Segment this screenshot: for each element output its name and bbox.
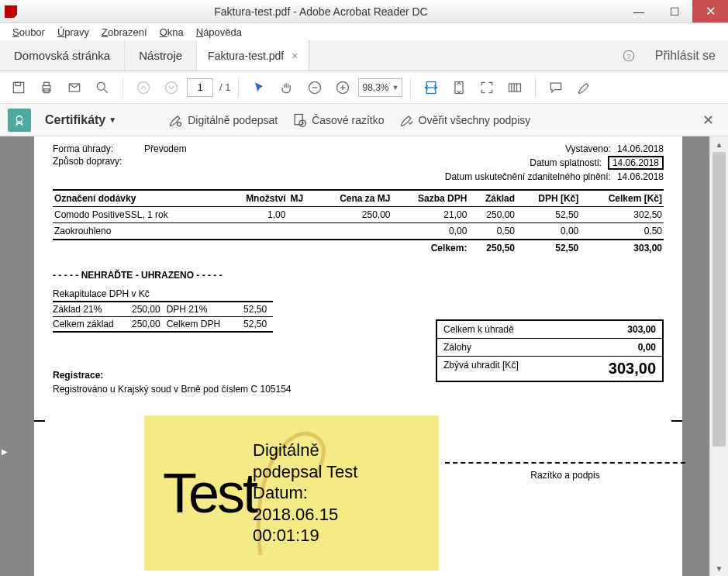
table-row: Zaokrouhleno 0,00 0,50 0,00 0,50 — [53, 223, 664, 240]
fit-page-icon[interactable] — [447, 75, 471, 100]
page-number-input[interactable] — [187, 78, 213, 97]
vertical-scrollbar[interactable]: ▲ ▼ — [709, 136, 728, 576]
document-viewport: ▶ Forma úhrady:Převodem Způsob dopravy: … — [0, 136, 709, 576]
comment-icon[interactable] — [543, 75, 568, 100]
select-tool-icon[interactable] — [247, 75, 271, 100]
fullscreen-icon[interactable] — [474, 75, 499, 100]
vat-recap-title: Rekapitulace DPH v Kč — [53, 288, 664, 299]
col-qty: Množství — [224, 190, 287, 207]
zoom-in-icon[interactable] — [330, 75, 355, 100]
svg-point-17 — [178, 122, 181, 126]
tab-document[interactable]: Faktura-test.pdf × — [197, 40, 309, 71]
pdf-page: Forma úhrady:Převodem Způsob dopravy: Vy… — [34, 136, 682, 576]
scroll-down-icon[interactable]: ▼ — [710, 560, 728, 576]
menu-help[interactable]: Nápověda — [190, 25, 248, 40]
tabs-row: Domovská stránka Nástroje Faktura-test.p… — [0, 40, 728, 71]
paid-note: - - - - - NEHRAĎTE - UHRAZENO - - - - - — [53, 270, 664, 281]
registration-text: Registrováno u Krajský soud v Brně pod č… — [53, 384, 664, 395]
tab-home[interactable]: Domovská stránka — [0, 40, 125, 71]
issued-value: 14.06.2018 — [617, 143, 664, 154]
title-bar: Faktura-test.pdf - Adobe Acrobat Reader … — [0, 0, 728, 23]
close-toolbar-icon[interactable]: ✕ — [696, 109, 720, 132]
col-vatrate: Sazba DPH — [392, 190, 469, 207]
zoom-value: 98,3% — [362, 82, 388, 93]
app-icon — [5, 5, 17, 18]
due-label: Datum splatnosti: — [530, 157, 602, 168]
zoom-level-select[interactable]: 98,3% ▼ — [358, 78, 402, 97]
items-table: Označení dodávky Množství MJ Cena za MJ … — [53, 189, 664, 256]
fold-mark-left — [34, 420, 45, 422]
email-icon[interactable] — [62, 75, 87, 100]
svg-point-9 — [138, 81, 150, 93]
maximize-button[interactable]: ☐ — [657, 0, 692, 22]
svg-text:?: ? — [626, 51, 631, 60]
page-up-icon[interactable] — [131, 75, 156, 100]
search-icon[interactable] — [90, 75, 115, 100]
scroll-thumb[interactable] — [712, 152, 726, 447]
menu-window[interactable]: Okna — [154, 25, 190, 40]
signin-link[interactable]: Přihlásit se — [643, 40, 728, 71]
scroll-up-icon[interactable]: ▲ — [710, 136, 728, 152]
svg-rect-15 — [509, 84, 521, 91]
main-toolbar: / 1 98,3% ▼ — [0, 71, 728, 104]
page-total: / 1 — [219, 81, 230, 93]
verify-signatures-button[interactable]: Ověřit všechny podpisy — [399, 112, 531, 128]
svg-point-16 — [16, 116, 22, 122]
signature-name: Test — [163, 461, 256, 525]
svg-rect-18 — [295, 114, 302, 124]
col-desc: Označení dodávky — [53, 190, 224, 207]
sign-pen-icon[interactable] — [571, 75, 596, 100]
payment-form-label: Forma úhrady: — [53, 143, 130, 154]
fold-mark-right — [671, 420, 682, 422]
hand-tool-icon[interactable] — [274, 75, 299, 100]
svg-rect-3 — [16, 82, 21, 85]
help-button[interactable]: ? — [615, 40, 643, 71]
svg-point-10 — [166, 81, 178, 93]
window-title: Faktura-test.pdf - Adobe Acrobat Reader … — [21, 5, 621, 18]
stamp-line — [445, 462, 685, 464]
col-vat: DPH [Kč] — [516, 190, 580, 207]
sidebar-expand-handle[interactable]: ▶ — [0, 443, 9, 459]
menu-edit[interactable]: Úpravy — [51, 25, 95, 40]
minimize-button[interactable]: — — [621, 0, 657, 22]
issued-label: Vystaveno: — [565, 143, 611, 154]
vat-recap-table: Základ 21% 250,00 DPH 21% 52,50 Celkem z… — [53, 301, 273, 333]
tax-date-value: 14.06.2018 — [617, 171, 664, 182]
payment-form-value: Převodem — [144, 143, 187, 154]
summary-box: Celkem k úhradě303,00 Zálohy0,00 Zbývá u… — [436, 319, 664, 382]
svg-rect-14 — [455, 81, 463, 93]
page-down-icon[interactable] — [159, 75, 184, 100]
zoom-out-icon[interactable] — [302, 75, 327, 100]
transport-label: Způsob dopravy: — [53, 156, 130, 167]
chevron-down-icon: ▼ — [392, 84, 399, 91]
print-icon[interactable] — [34, 75, 59, 100]
col-base: Základ — [468, 190, 516, 207]
certificate-badge-icon — [8, 109, 31, 132]
table-row: Comodo PositiveSSL, 1 rok 1,00 250,00 21… — [53, 207, 664, 223]
certificates-dropdown[interactable]: Certifikáty▼ — [45, 113, 116, 127]
tab-document-label: Faktura-test.pdf — [208, 50, 284, 62]
menu-bar: Soubor Úpravy Zobrazení Okna Nápověda — [0, 23, 728, 40]
chevron-down-icon: ▼ — [109, 116, 116, 124]
svg-point-8 — [97, 82, 105, 90]
menu-file[interactable]: Soubor — [6, 25, 51, 40]
totals-row: Celkem: 250,50 52,50 303,00 — [53, 240, 664, 256]
save-icon[interactable] — [6, 75, 31, 100]
col-total: Celkem [Kč] — [580, 190, 664, 207]
menu-view[interactable]: Zobrazení — [95, 25, 154, 40]
tab-close-icon[interactable]: × — [292, 50, 298, 62]
tax-date-label: Datum uskutečnění zdanitelného plnění: — [445, 171, 611, 182]
signature-details: Digitálně podepsal Test Datum: 2018.06.1… — [253, 440, 357, 547]
digital-signature-box[interactable]: Test Digitálně podepsal Test Datum: 2018… — [144, 416, 439, 571]
col-unitprice: Cena za MJ — [313, 190, 392, 207]
tab-tools[interactable]: Nástroje — [125, 40, 197, 71]
stamp-label: Razítko a podpis — [445, 470, 685, 481]
svg-rect-5 — [44, 82, 50, 85]
due-value: 14.06.2018 — [608, 156, 664, 170]
timestamp-button[interactable]: Časové razítko — [292, 112, 384, 128]
fit-width-icon[interactable] — [419, 75, 443, 100]
close-button[interactable]: ✕ — [692, 0, 728, 22]
read-mode-icon[interactable] — [502, 75, 527, 100]
digital-sign-button[interactable]: Digitálně podepsat — [167, 112, 278, 128]
certificates-toolbar: Certifikáty▼ Digitálně podepsat Časové r… — [0, 104, 728, 136]
